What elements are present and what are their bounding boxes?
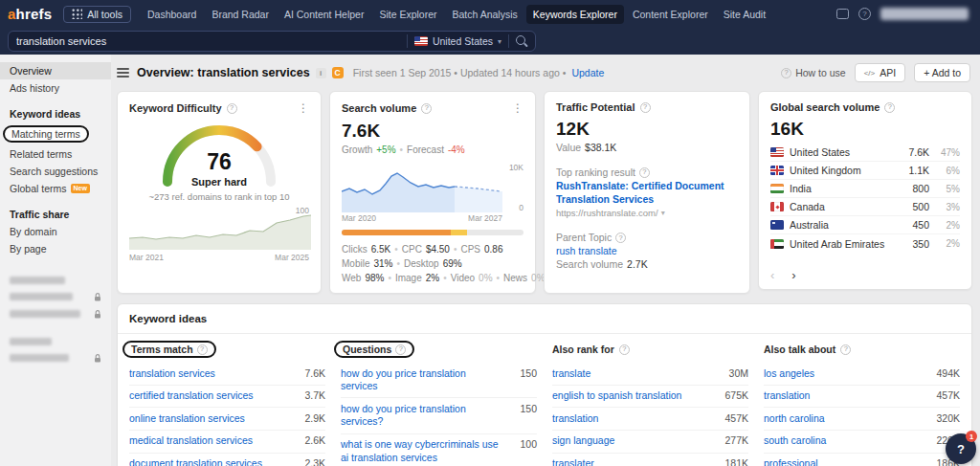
sidebar-item-label: Global terms [10, 183, 67, 194]
kebab-menu-icon[interactable]: ⋮ [512, 101, 523, 115]
card-header: Traffic Potential ? [545, 92, 749, 113]
prev-page-button[interactable]: ‹ [770, 269, 774, 281]
help-icon[interactable]: ? [421, 103, 432, 114]
how-to-use-link[interactable]: ? How to use [781, 67, 846, 78]
bullet: • [396, 258, 400, 269]
nav-item-ai-content-helper[interactable]: AI Content Helper [278, 5, 370, 24]
keyword-link[interactable]: north carolina [764, 412, 825, 426]
help-icon[interactable]: ? [615, 233, 626, 243]
sidebar-restricted-section [0, 273, 111, 366]
message-icon[interactable] [836, 9, 849, 19]
help-icon[interactable]: ? [639, 167, 650, 178]
keyword-link[interactable]: translation services [129, 367, 215, 381]
page-header: Overview: translation services i C First… [117, 61, 970, 84]
add-to-label: + Add to [924, 67, 961, 78]
add-to-button[interactable]: + Add to [914, 63, 970, 82]
top-ranking-url[interactable]: https://rushtranslate.com/ ▾ [545, 206, 749, 218]
keyword-link[interactable]: translation [764, 389, 810, 403]
ahrefs-logo[interactable]: ahrefs [8, 6, 52, 22]
parent-topic-link[interactable]: rush translate [545, 243, 749, 256]
all-tools-button[interactable]: All tools [63, 6, 131, 23]
ideas-column-title: Also rank for? [552, 344, 630, 355]
info-icon[interactable]: i [316, 68, 326, 78]
kebab-menu-icon[interactable]: ⋮ [298, 101, 309, 115]
keyword-link[interactable]: medical translation services [129, 434, 253, 448]
keyword-link[interactable]: south carolina [764, 434, 826, 448]
keyword-volume: 320K [936, 412, 960, 424]
country-percent: 2% [935, 220, 960, 231]
help-icon[interactable]: ? [840, 344, 851, 355]
keyword-link[interactable]: certified translation services [129, 389, 254, 403]
keyword-link[interactable]: online translation services [129, 412, 245, 426]
search-input[interactable] [16, 35, 400, 47]
api-button[interactable]: </> API [855, 63, 906, 82]
keyword-link[interactable]: english to spanish translation [552, 389, 681, 403]
redacted-label [10, 310, 80, 318]
account-name-redacted[interactable] [880, 8, 969, 20]
keyword-link[interactable]: translate [552, 367, 590, 381]
sidebar-item-by-domain[interactable]: By domain [0, 223, 111, 240]
help-icon[interactable]: ? [640, 102, 651, 113]
top-ranking-result-link[interactable]: RushTranslate: Certified Document Transl… [545, 178, 746, 206]
sidebar-item-by-page[interactable]: By page [0, 240, 111, 257]
country-name[interactable]: United Arab Emirates [790, 238, 891, 250]
sidebar-item-matching-terms[interactable]: Matching terms [0, 122, 111, 145]
update-link[interactable]: Update [571, 67, 604, 78]
nav-item-brand-radar[interactable]: Brand Radar [205, 5, 276, 24]
ideas-column-terms-match: Terms match?translation services7.6Kcert… [129, 336, 325, 466]
country-volume: 350 [897, 238, 929, 250]
help-icon[interactable]: ? [619, 344, 630, 355]
keyword-search-box[interactable]: United States ▾ [8, 31, 536, 52]
sidebar: OverviewAds historyKeyword ideasMatching… [0, 55, 111, 466]
flag-au-icon [770, 220, 784, 230]
country-name[interactable]: India [790, 183, 891, 194]
traffic-potential-card: Traffic Potential ? 12K Value $38.1K Top… [544, 91, 750, 294]
keyword-link[interactable]: professional [764, 457, 818, 466]
bullet: • [400, 144, 404, 155]
country-name[interactable]: Australia [790, 219, 891, 231]
header-actions: ? How to use </> API + Add to [781, 63, 970, 82]
keyword-link[interactable]: translation [552, 412, 598, 426]
sidebar-item-label: Ads history [10, 82, 59, 94]
search-icon[interactable] [516, 35, 527, 47]
help-icon[interactable]: ? [197, 344, 208, 355]
nav-item-dashboard[interactable]: Dashboard [141, 5, 203, 24]
keyword-link[interactable]: what is one way cybercriminals use ai tr… [341, 438, 499, 464]
keyword-link[interactable]: how do you price translation services? [341, 403, 499, 429]
stat-label: Desktop [404, 258, 439, 269]
country-selector[interactable]: United States ▾ [414, 35, 501, 47]
sidebar-item-ads-history[interactable]: Ads history [0, 79, 111, 97]
first-seen-meta: First seen 1 Sep 2015 • Updated 14 hours… [353, 67, 567, 78]
country-name[interactable]: United Kingdom [790, 165, 891, 176]
nav-item-batch-analysis[interactable]: Batch Analysis [446, 5, 524, 24]
keyword-link[interactable]: translater [552, 457, 594, 466]
support-icon[interactable]: ? [858, 8, 871, 20]
country-name[interactable]: United States [790, 146, 891, 158]
country-name[interactable]: Canada [790, 201, 891, 212]
keyword-link[interactable]: sign language [552, 434, 614, 448]
sidebar-item-overview[interactable]: Overview [0, 62, 111, 79]
keyword-link[interactable]: los angeles [764, 367, 814, 381]
sidebar-item-label: Overview [10, 65, 52, 77]
c-badge-icon[interactable]: C [332, 67, 344, 78]
help-icon[interactable]: ? [227, 103, 237, 114]
nav-item-keywords-explorer[interactable]: Keywords Explorer [526, 5, 624, 24]
hamburger-icon[interactable] [117, 68, 129, 78]
nav-item-site-explorer[interactable]: Site Explorer [372, 5, 443, 24]
keyword-link[interactable]: document translation services [129, 457, 262, 466]
nav-item-site-audit[interactable]: Site Audit [717, 5, 772, 24]
sidebar-item-global-terms[interactable]: Global termsNew [0, 180, 111, 197]
keyword-link[interactable]: how do you price translation services [341, 367, 499, 393]
sidebar-item-label: Matching terms [3, 125, 89, 143]
next-page-button[interactable]: › [791, 269, 795, 281]
help-icon[interactable]: ? [395, 344, 406, 355]
flag-ca-icon [770, 202, 784, 211]
keyword-row: professional186K [764, 454, 960, 466]
nav-item-content-explorer[interactable]: Content Explorer [626, 5, 715, 24]
keyword-row: north carolina320K [764, 408, 960, 431]
sidebar-item-related-terms[interactable]: Related terms [0, 145, 111, 163]
sidebar-item-search-suggestions[interactable]: Search suggestions [0, 163, 111, 180]
keyword-row: document translation services2.3K [129, 454, 325, 466]
help-icon[interactable]: ? [884, 102, 895, 113]
help-fab-button[interactable]: ? 1 [946, 433, 976, 464]
